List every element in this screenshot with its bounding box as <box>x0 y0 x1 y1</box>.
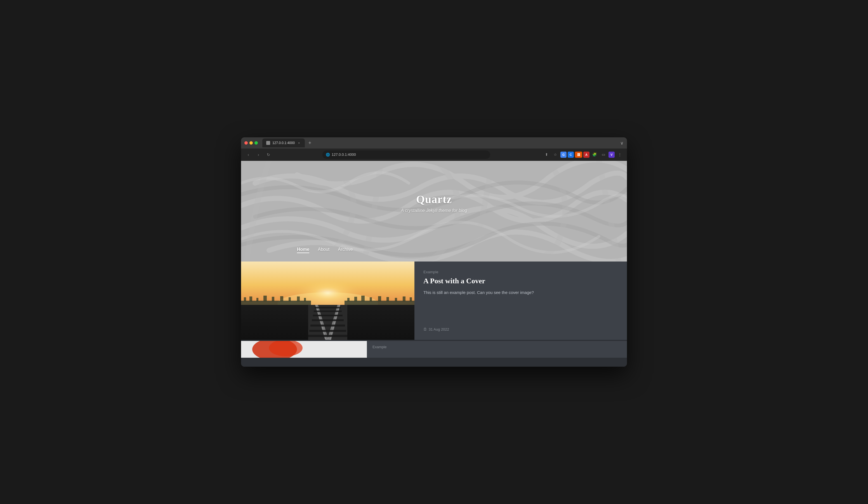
traffic-lights <box>245 141 258 145</box>
window-chevron[interactable]: ∨ <box>620 141 623 146</box>
close-button[interactable] <box>245 141 248 145</box>
svg-rect-6 <box>308 305 347 340</box>
svg-rect-30 <box>304 298 306 301</box>
title-bar: 127.0.0.1:4000 × + ∨ <box>241 137 627 148</box>
browser-window: 127.0.0.1:4000 × + ∨ ‹ › ↻ 🌐 127.0.0.1:4… <box>241 137 627 367</box>
svg-rect-21 <box>344 301 414 305</box>
hero-section: Quartz A crystalline Jekyll theme for bl… <box>241 161 627 261</box>
nav-archive[interactable]: Archive <box>338 247 353 253</box>
svg-rect-36 <box>386 297 389 301</box>
post-excerpt: This is still an example post. Can you s… <box>423 289 618 296</box>
svg-rect-23 <box>249 297 252 301</box>
address-bar: ‹ › ↻ 🌐 127.0.0.1:4000 ⬆ ☆ G C 🖼 A 🧩 ▭ V… <box>241 148 627 161</box>
tab-favicon <box>266 141 270 145</box>
bookmark-icon[interactable]: ☆ <box>551 151 559 158</box>
svg-rect-35 <box>378 296 381 301</box>
post-date-text: 31 Aug 2022 <box>429 327 449 331</box>
posts-section: Example A Post with a Cover This is stil… <box>241 261 627 367</box>
hero-content: Quartz A crystalline Jekyll theme for bl… <box>241 161 627 261</box>
share-icon[interactable]: ⬆ <box>542 151 550 158</box>
toolbar-icons: ⬆ ☆ G C 🖼 A 🧩 ▭ V ⋮ <box>542 151 623 158</box>
svg-rect-29 <box>297 297 300 301</box>
second-post-category: Example <box>372 345 387 349</box>
globe-icon: 🌐 <box>326 153 330 157</box>
svg-rect-24 <box>256 298 258 301</box>
featured-post-card[interactable]: Example A Post with a Cover This is stil… <box>241 261 627 340</box>
second-post-info: Example <box>367 341 627 358</box>
svg-rect-27 <box>280 296 283 301</box>
extension-img[interactable]: 🖼 <box>575 152 582 158</box>
post-category: Example <box>423 270 618 274</box>
site-title: Quartz <box>416 193 452 206</box>
svg-rect-39 <box>410 297 412 301</box>
extension-v[interactable]: V <box>609 152 614 158</box>
svg-rect-20 <box>241 301 311 305</box>
svg-rect-34 <box>370 297 372 301</box>
svg-rect-25 <box>264 296 267 301</box>
post-info-panel: Example A Post with a Cover This is stil… <box>414 261 627 340</box>
site-navigation: Home About Archive <box>297 247 353 253</box>
tab-title: 127.0.0.1:4000 <box>272 141 295 145</box>
tab-close-icon[interactable]: × <box>297 141 301 145</box>
nav-home[interactable]: Home <box>297 247 309 253</box>
active-tab[interactable]: 127.0.0.1:4000 × <box>262 138 305 147</box>
svg-rect-32 <box>354 297 357 301</box>
puzzle-icon[interactable]: 🧩 <box>591 151 598 158</box>
url-display: 127.0.0.1:4000 <box>332 152 487 157</box>
maximize-button[interactable] <box>255 141 258 145</box>
extension-chrome[interactable]: C <box>568 152 574 158</box>
extension-red[interactable]: A <box>583 152 589 158</box>
svg-point-0 <box>267 142 269 144</box>
svg-rect-33 <box>361 296 365 301</box>
svg-rect-37 <box>395 298 397 301</box>
extension-google[interactable]: G <box>560 152 567 158</box>
post-cover-image <box>241 261 414 340</box>
menu-icon[interactable]: ⋮ <box>616 151 623 158</box>
refresh-button[interactable]: ↻ <box>265 151 272 158</box>
svg-rect-28 <box>289 297 291 301</box>
post-date: 🗓 31 Aug 2022 <box>423 327 618 331</box>
back-button[interactable]: ‹ <box>245 151 252 158</box>
tab-bar: 127.0.0.1:4000 × + <box>262 138 618 147</box>
sidebar-toggle-icon[interactable]: ▭ <box>600 151 607 158</box>
address-bar-input[interactable]: 🌐 127.0.0.1:4000 <box>322 151 490 159</box>
site-subtitle: A crystalline Jekyll theme for blog <box>401 208 467 213</box>
second-post-card[interactable]: Example <box>241 341 627 358</box>
svg-rect-26 <box>272 297 274 301</box>
svg-rect-31 <box>347 298 350 301</box>
forward-button[interactable]: › <box>255 151 262 158</box>
post-title[interactable]: A Post with a Cover <box>423 276 618 286</box>
new-tab-button[interactable]: + <box>306 139 314 147</box>
svg-rect-38 <box>403 297 405 301</box>
second-post-image <box>241 341 367 358</box>
website-content: Quartz A crystalline Jekyll theme for bl… <box>241 161 627 367</box>
nav-about[interactable]: About <box>318 247 329 253</box>
calendar-icon: 🗓 <box>423 327 427 331</box>
svg-rect-22 <box>244 297 246 301</box>
minimize-button[interactable] <box>249 141 253 145</box>
